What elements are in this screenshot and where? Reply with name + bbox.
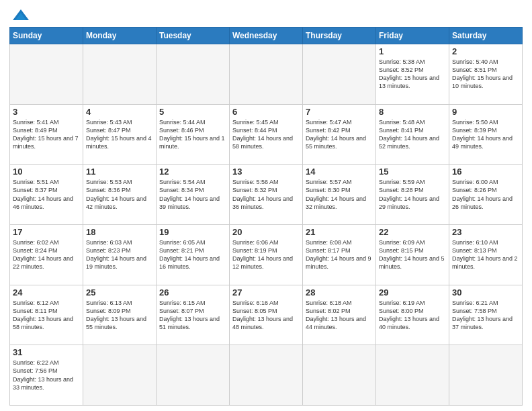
weekday-header-thursday: Thursday [303, 28, 376, 44]
day-number: 5 [159, 107, 226, 117]
day-info: Sunrise: 6:12 AM Sunset: 8:11 PM Dayligh… [13, 299, 80, 332]
weekday-header-wednesday: Wednesday [230, 28, 303, 44]
day-info: Sunrise: 5:44 AM Sunset: 8:46 PM Dayligh… [159, 118, 226, 151]
calendar-cell: 15Sunrise: 5:59 AM Sunset: 8:28 PM Dayli… [376, 165, 449, 225]
weekday-header-monday: Monday [83, 28, 157, 44]
calendar-cell [83, 44, 157, 105]
day-number: 4 [86, 107, 153, 117]
day-number: 21 [306, 227, 373, 237]
day-info: Sunrise: 5:47 AM Sunset: 8:42 PM Dayligh… [306, 118, 373, 151]
day-number: 11 [86, 167, 153, 177]
day-number: 23 [452, 227, 519, 237]
day-number: 2 [452, 46, 519, 56]
calendar-cell: 29Sunrise: 6:19 AM Sunset: 8:00 PM Dayli… [376, 285, 449, 345]
day-number: 24 [13, 287, 80, 298]
weekday-header-saturday: Saturday [449, 28, 523, 44]
day-info: Sunrise: 5:48 AM Sunset: 8:41 PM Dayligh… [379, 118, 446, 151]
day-info: Sunrise: 6:15 AM Sunset: 8:07 PM Dayligh… [159, 299, 226, 332]
day-info: Sunrise: 5:51 AM Sunset: 8:37 PM Dayligh… [13, 178, 80, 211]
weekday-header-tuesday: Tuesday [157, 28, 230, 44]
calendar-cell: 8Sunrise: 5:48 AM Sunset: 8:41 PM Daylig… [376, 104, 449, 165]
calendar-cell [303, 44, 376, 105]
calendar-cell: 24Sunrise: 6:12 AM Sunset: 8:11 PM Dayli… [10, 285, 83, 345]
day-info: Sunrise: 6:18 AM Sunset: 8:02 PM Dayligh… [306, 299, 373, 332]
day-info: Sunrise: 6:09 AM Sunset: 8:15 PM Dayligh… [379, 238, 446, 271]
weekday-header-sunday: Sunday [10, 28, 83, 44]
day-info: Sunrise: 5:45 AM Sunset: 8:44 PM Dayligh… [232, 118, 300, 151]
day-number: 16 [452, 167, 519, 177]
day-number: 12 [159, 167, 226, 177]
weekday-header-friday: Friday [376, 28, 449, 44]
day-number: 28 [306, 287, 373, 298]
day-info: Sunrise: 5:41 AM Sunset: 8:49 PM Dayligh… [13, 118, 80, 151]
day-info: Sunrise: 5:40 AM Sunset: 8:51 PM Dayligh… [452, 58, 519, 91]
day-info: Sunrise: 5:43 AM Sunset: 8:47 PM Dayligh… [86, 118, 153, 151]
calendar-cell: 16Sunrise: 6:00 AM Sunset: 8:26 PM Dayli… [449, 165, 523, 225]
day-info: Sunrise: 5:54 AM Sunset: 8:34 PM Dayligh… [159, 178, 226, 211]
day-number: 25 [86, 287, 153, 298]
day-info: Sunrise: 6:08 AM Sunset: 8:17 PM Dayligh… [306, 238, 373, 271]
calendar-cell [83, 345, 157, 406]
day-info: Sunrise: 6:19 AM Sunset: 8:00 PM Dayligh… [379, 299, 446, 332]
logo-icon [11, 8, 30, 23]
day-number: 14 [306, 167, 373, 177]
day-number: 1 [379, 46, 446, 56]
day-number: 15 [379, 167, 446, 177]
calendar-cell: 25Sunrise: 6:13 AM Sunset: 8:09 PM Dayli… [83, 285, 157, 345]
day-info: Sunrise: 6:13 AM Sunset: 8:09 PM Dayligh… [86, 299, 153, 332]
day-info: Sunrise: 6:05 AM Sunset: 8:21 PM Dayligh… [159, 238, 226, 271]
calendar-cell: 10Sunrise: 5:51 AM Sunset: 8:37 PM Dayli… [10, 165, 83, 225]
calendar-cell: 22Sunrise: 6:09 AM Sunset: 8:15 PM Dayli… [376, 224, 449, 285]
day-number: 31 [13, 347, 80, 357]
calendar-cell: 20Sunrise: 6:06 AM Sunset: 8:19 PM Dayli… [230, 224, 303, 285]
day-number: 13 [232, 167, 300, 177]
day-info: Sunrise: 6:03 AM Sunset: 8:23 PM Dayligh… [86, 238, 153, 271]
calendar-cell: 23Sunrise: 6:10 AM Sunset: 8:13 PM Dayli… [449, 224, 523, 285]
calendar-cell: 12Sunrise: 5:54 AM Sunset: 8:34 PM Dayli… [157, 165, 230, 225]
day-info: Sunrise: 5:50 AM Sunset: 8:39 PM Dayligh… [452, 118, 519, 151]
calendar-cell [157, 345, 230, 406]
calendar-cell: 6Sunrise: 5:45 AM Sunset: 8:44 PM Daylig… [230, 104, 303, 165]
calendar-cell: 31Sunrise: 6:22 AM Sunset: 7:56 PM Dayli… [10, 345, 83, 406]
day-number: 26 [159, 287, 226, 298]
calendar-cell: 27Sunrise: 6:16 AM Sunset: 8:05 PM Dayli… [230, 285, 303, 345]
calendar-cell [230, 345, 303, 406]
day-number: 20 [232, 227, 300, 237]
day-number: 9 [452, 107, 519, 117]
day-number: 18 [86, 227, 153, 237]
calendar-cell: 30Sunrise: 6:21 AM Sunset: 7:58 PM Dayli… [449, 285, 523, 345]
day-number: 29 [379, 287, 446, 298]
day-number: 8 [379, 107, 446, 117]
calendar-table: SundayMondayTuesdayWednesdayThursdayFrid… [9, 27, 523, 406]
day-info: Sunrise: 6:21 AM Sunset: 7:58 PM Dayligh… [452, 299, 519, 332]
day-info: Sunrise: 5:38 AM Sunset: 8:52 PM Dayligh… [379, 58, 446, 91]
day-number: 27 [232, 287, 300, 298]
day-number: 19 [159, 227, 226, 237]
day-info: Sunrise: 5:59 AM Sunset: 8:28 PM Dayligh… [379, 178, 446, 211]
day-info: Sunrise: 5:53 AM Sunset: 8:36 PM Dayligh… [86, 178, 153, 211]
calendar-cell: 17Sunrise: 6:02 AM Sunset: 8:24 PM Dayli… [10, 224, 83, 285]
day-info: Sunrise: 6:06 AM Sunset: 8:19 PM Dayligh… [232, 238, 300, 271]
calendar-cell: 5Sunrise: 5:44 AM Sunset: 8:46 PM Daylig… [157, 104, 230, 165]
day-info: Sunrise: 6:02 AM Sunset: 8:24 PM Dayligh… [13, 238, 80, 271]
day-info: Sunrise: 5:56 AM Sunset: 8:32 PM Dayligh… [232, 178, 300, 211]
calendar-cell: 13Sunrise: 5:56 AM Sunset: 8:32 PM Dayli… [230, 165, 303, 225]
calendar-cell: 9Sunrise: 5:50 AM Sunset: 8:39 PM Daylig… [449, 104, 523, 165]
day-number: 7 [306, 107, 373, 117]
day-number: 30 [452, 287, 519, 298]
calendar-cell: 18Sunrise: 6:03 AM Sunset: 8:23 PM Dayli… [83, 224, 157, 285]
calendar-cell [10, 44, 83, 105]
calendar-cell: 11Sunrise: 5:53 AM Sunset: 8:36 PM Dayli… [83, 165, 157, 225]
calendar-cell: 2Sunrise: 5:40 AM Sunset: 8:51 PM Daylig… [449, 44, 523, 105]
day-number: 17 [13, 227, 80, 237]
calendar-cell [449, 345, 523, 406]
day-number: 6 [232, 107, 300, 117]
day-info: Sunrise: 6:16 AM Sunset: 8:05 PM Dayligh… [232, 299, 300, 332]
day-info: Sunrise: 6:22 AM Sunset: 7:56 PM Dayligh… [13, 359, 80, 392]
day-info: Sunrise: 6:10 AM Sunset: 8:13 PM Dayligh… [452, 238, 519, 271]
page-header [9, 8, 523, 23]
calendar-cell [303, 345, 376, 406]
calendar-cell [157, 44, 230, 105]
weekday-header-row: SundayMondayTuesdayWednesdayThursdayFrid… [10, 28, 523, 44]
day-number: 22 [379, 227, 446, 237]
